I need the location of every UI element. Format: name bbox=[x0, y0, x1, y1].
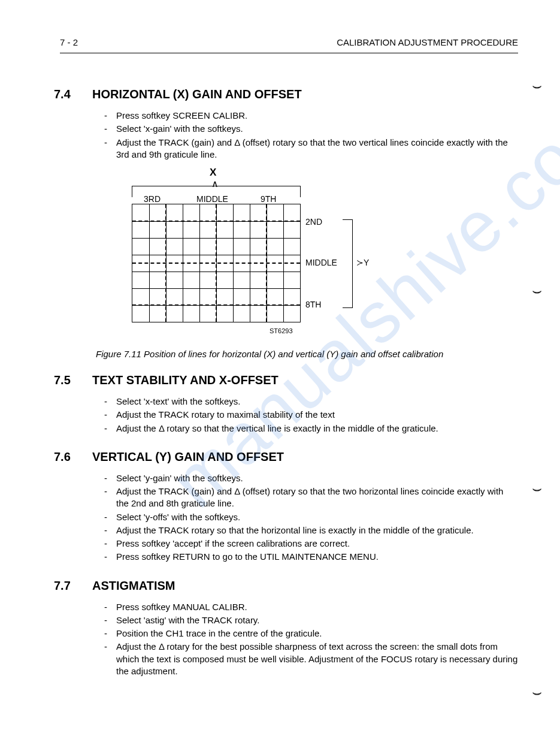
figure-code: ST6293 bbox=[270, 327, 293, 334]
list-item: -Adjust the TRACK (gain) and Δ (offset) … bbox=[104, 485, 518, 510]
list-text: Adjust the TRACK (gain) and Δ (offset) r… bbox=[116, 137, 518, 161]
label-middle-x: MIDDLE bbox=[196, 194, 228, 204]
list-item: -Press softkey RETURN to go to the UTIL … bbox=[104, 551, 518, 563]
list-item: -Press softkey SCREEN CALIBR. bbox=[104, 110, 518, 122]
section-7-7: 7.7 ASTIGMATISM bbox=[54, 579, 518, 593]
right-bracket bbox=[343, 219, 353, 308]
list-item: -Adjust the Δ rotary so that the vertica… bbox=[104, 423, 518, 435]
list-text: Select 'y-offs' with the softkeys. bbox=[116, 511, 518, 523]
y-axis-label: ≻Y bbox=[356, 258, 369, 267]
page-header: CALIBRATION ADJUSTMENT PROCEDURE bbox=[337, 37, 518, 47]
list-text: Adjust the Δ rotary for the best possibl… bbox=[116, 641, 518, 677]
x-axis-label: X bbox=[210, 167, 216, 179]
section-number: 7.6 bbox=[54, 450, 92, 464]
label-2nd: 2ND bbox=[305, 217, 322, 227]
scan-mark-icon: ⌣ bbox=[532, 77, 542, 95]
list-item: -Select 'x-gain' with the softkeys. bbox=[104, 123, 518, 135]
scan-mark-icon: ⌣ bbox=[532, 479, 542, 498]
list-text: Position the CH1 trace in the centre of … bbox=[116, 628, 518, 640]
scan-mark-icon: ⌣ bbox=[532, 683, 542, 702]
list-text: Press softkey SCREEN CALIBR. bbox=[116, 110, 518, 122]
list-text: Adjust the TRACK rotary so that the hori… bbox=[116, 524, 518, 536]
figure-7-11: X ∧ 3RD MIDDLE 9TH 2ND MIDDLE 8TH ≻Y ST6… bbox=[120, 170, 371, 344]
section-7-4: 7.4 HORIZONTAL (X) GAIN AND OFFSET bbox=[54, 88, 518, 101]
section-7-5: 7.5 TEXT STABILITY AND X-OFFSET bbox=[54, 373, 518, 387]
scan-mark-icon: ⌣ bbox=[532, 282, 542, 300]
label-middle-y: MIDDLE bbox=[305, 258, 337, 267]
list-text: Adjust the TRACK (gain) and Δ (offset) r… bbox=[116, 485, 518, 510]
list-text: Press softkey RETURN to go to the UTIL M… bbox=[116, 551, 518, 563]
list-item: -Press softkey MANUAL CALIBR. bbox=[104, 601, 518, 613]
list-item: -Adjust the TRACK rotary so that the hor… bbox=[104, 524, 518, 536]
list: -Press softkey MANUAL CALIBR. -Select 'a… bbox=[104, 601, 518, 678]
list-text: Select 'x-text' with the softkeys. bbox=[116, 396, 518, 408]
list-item: -Adjust the TRACK rotary to maximal stab… bbox=[104, 409, 518, 421]
section-number: 7.5 bbox=[54, 373, 92, 387]
label-8th: 8TH bbox=[305, 300, 321, 309]
list-text: Press softkey MANUAL CALIBR. bbox=[116, 601, 518, 613]
list: -Press softkey SCREEN CALIBR. -Select 'x… bbox=[104, 110, 518, 161]
figure-caption: Figure 7.11 Position of lines for horizo… bbox=[96, 349, 518, 359]
list: -Select 'x-text' with the softkeys. -Adj… bbox=[104, 396, 518, 435]
list-item: -Press softkey 'accept' if the screen ca… bbox=[104, 538, 518, 550]
label-3rd: 3RD bbox=[144, 194, 161, 204]
page: 7 - 2 CALIBRATION ADJUSTMENT PROCEDURE ⌣… bbox=[0, 0, 560, 702]
list-text: Select 'astig' with the TRACK rotary. bbox=[116, 614, 518, 626]
page-number: 7 - 2 bbox=[60, 37, 78, 47]
list-item: -Select 'x-text' with the softkeys. bbox=[104, 396, 518, 408]
list-text: Press softkey 'accept' if the screen cal… bbox=[116, 538, 518, 550]
section-7-6: 7.6 VERTICAL (Y) GAIN AND OFFSET bbox=[54, 450, 518, 464]
list-item: -Select 'y-offs' with the softkeys. bbox=[104, 511, 518, 523]
list-item: -Adjust the TRACK (gain) and Δ (offset) … bbox=[104, 137, 518, 161]
list: -Select 'y-gain' with the softkeys. -Adj… bbox=[104, 472, 518, 563]
section-title: HORIZONTAL (X) GAIN AND OFFSET bbox=[92, 88, 302, 101]
list-item: -Position the CH1 trace in the centre of… bbox=[104, 628, 518, 640]
list-text: Adjust the Δ rotary so that the vertical… bbox=[116, 423, 518, 435]
header-rule bbox=[60, 53, 518, 53]
list-item: -Adjust the Δ rotary for the best possib… bbox=[104, 641, 518, 677]
section-number: 7.7 bbox=[54, 579, 92, 593]
section-title: TEXT STABILITY AND X-OFFSET bbox=[92, 373, 279, 387]
list-text: Adjust the TRACK rotary to maximal stabi… bbox=[116, 409, 518, 421]
section-title: ASTIGMATISM bbox=[92, 579, 175, 593]
list-item: -Select 'y-gain' with the softkeys. bbox=[104, 472, 518, 484]
graticule-grid bbox=[132, 204, 301, 322]
list-text: Select 'x-gain' with the softkeys. bbox=[116, 123, 518, 135]
label-9th: 9TH bbox=[261, 194, 276, 204]
list-text: Select 'y-gain' with the softkeys. bbox=[116, 472, 518, 484]
section-title: VERTICAL (Y) GAIN AND OFFSET bbox=[92, 450, 284, 464]
section-number: 7.4 bbox=[54, 88, 92, 101]
list-item: -Select 'astig' with the TRACK rotary. bbox=[104, 614, 518, 626]
